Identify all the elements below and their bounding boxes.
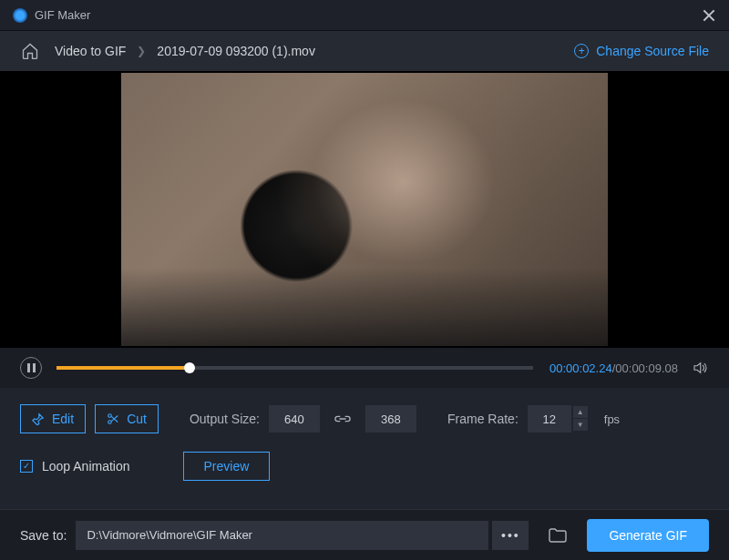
fps-stepper: ▲ ▼ [573,406,588,432]
plus-circle-icon: + [574,44,589,58]
cut-button[interactable]: Cut [95,404,159,433]
time-current: 00:00:02.24 [549,361,612,375]
playback-bar: 00:00:02.24/00:00:09.08 [0,348,729,388]
progress-fill [56,366,190,370]
output-size-label: Output Size: [190,412,260,426]
save-path-input[interactable] [76,521,488,550]
video-preview-area [0,71,729,348]
app-icon [13,8,27,23]
checkbox-icon: ✓ [20,460,33,473]
step-down-button[interactable]: ▼ [573,419,588,432]
cut-label: Cut [127,412,147,426]
generate-gif-button[interactable]: Generate GIF [587,519,709,552]
change-source-label: Change Source File [596,44,709,58]
home-icon[interactable] [20,42,40,60]
volume-icon[interactable] [691,360,709,376]
browse-button[interactable]: ••• [492,521,529,550]
titlebar: GIF Maker [0,0,729,31]
breadcrumb-item[interactable]: Video to GIF [55,44,126,58]
toolbar: Video to GIF ❯ 2019-07-09 093200 (1).mov… [0,31,729,71]
svg-point-1 [108,421,112,424]
folder-icon [549,528,567,543]
progress-handle[interactable] [184,362,195,373]
close-icon[interactable] [702,8,716,23]
scissors-icon [107,412,119,425]
pause-icon [27,363,36,372]
step-up-button[interactable]: ▲ [573,406,588,419]
open-folder-button[interactable] [541,521,574,550]
pin-icon [32,412,45,425]
edit-button[interactable]: Edit [20,404,86,433]
save-to-label: Save to: [20,528,67,543]
pause-button[interactable] [20,357,42,379]
progress-track[interactable] [56,366,533,370]
loop-checkbox[interactable]: ✓ Loop Animation [20,459,130,473]
time-duration: 00:00:09.08 [615,361,678,375]
svg-point-0 [108,414,112,418]
change-source-button[interactable]: + Change Source File [574,44,709,58]
height-input[interactable] [365,405,416,433]
breadcrumb-item[interactable]: 2019-07-09 093200 (1).mov [157,44,315,58]
breadcrumb: Video to GIF ❯ 2019-07-09 093200 (1).mov [55,44,315,58]
video-preview[interactable] [121,73,608,346]
frame-rate-label: Frame Rate: [447,412,519,426]
footer: Save to: ••• Generate GIF [0,509,729,560]
chevron-right-icon: ❯ [137,45,146,57]
preview-button[interactable]: Preview [183,452,271,481]
fps-unit: fps [604,412,620,426]
link-icon[interactable] [334,412,351,425]
time-display: 00:00:02.24/00:00:09.08 [549,361,678,375]
controls-panel: Edit Cut Output Size: Frame Rate: ▲ ▼ fp… [0,388,729,509]
width-input[interactable] [269,405,320,433]
app-title: GIF Maker [35,8,90,22]
loop-label: Loop Animation [42,459,130,473]
fps-input[interactable] [528,405,571,433]
edit-label: Edit [52,412,74,426]
